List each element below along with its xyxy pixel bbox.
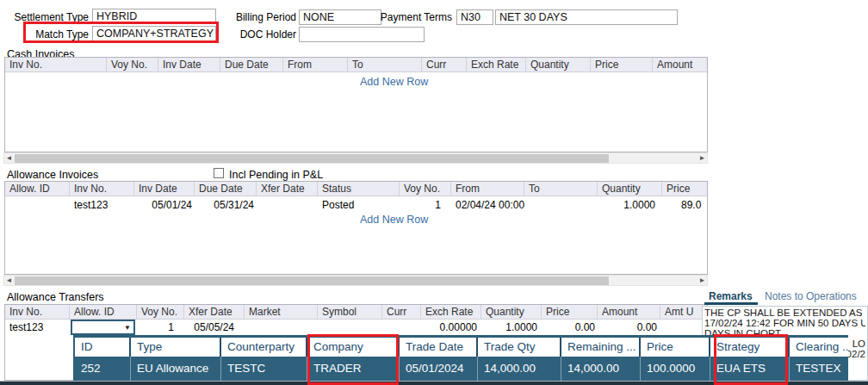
allowance-invoices-hscrollbar[interactable]: ◄ ► — [3, 275, 708, 286]
table-row[interactable]: test123 ▼ 1 05/05/24 0.00000 1.0000 0.00… — [5, 320, 707, 335]
cell-curr[interactable] — [382, 320, 421, 335]
cell-xfer-date[interactable] — [257, 197, 318, 212]
column-header[interactable]: To — [348, 58, 422, 71]
cell-inv-no[interactable]: test123 — [70, 197, 134, 212]
chevron-down-icon[interactable]: ▼ — [124, 324, 131, 332]
column-header[interactable]: Trade Qty — [478, 338, 561, 357]
column-header[interactable]: Price — [641, 338, 710, 357]
column-header[interactable]: Curr — [422, 58, 467, 71]
cell-quantity[interactable]: 1.0000 — [481, 320, 542, 335]
incl-pending-checkbox[interactable] — [214, 168, 224, 178]
cell-inv-no[interactable]: test123 — [5, 320, 70, 335]
scroll-left-icon[interactable]: ◄ — [4, 154, 14, 163]
cell-counterparty[interactable]: TESTC — [221, 357, 307, 381]
column-header[interactable]: Inv Date — [158, 58, 220, 71]
column-header[interactable]: From — [283, 58, 348, 71]
cell-allow-id[interactable]: ▼ — [70, 320, 137, 335]
column-header[interactable]: Amt U — [660, 305, 704, 319]
column-header[interactable]: Trade Date — [400, 338, 478, 357]
cell-voy-no[interactable]: 1 — [137, 320, 184, 335]
column-header[interactable]: Price — [591, 58, 653, 71]
allow-id-combobox[interactable]: ▼ — [71, 320, 135, 335]
column-header[interactable]: Status — [318, 182, 400, 196]
cell-amt-u[interactable] — [660, 320, 704, 335]
column-header[interactable]: From — [451, 182, 524, 196]
tab-remarks[interactable]: Remarks — [709, 290, 753, 302]
column-header[interactable]: Remaining ... — [561, 338, 641, 357]
cell-price[interactable]: 0.00 — [542, 320, 598, 335]
column-header[interactable]: Quantity — [598, 182, 662, 196]
column-header[interactable]: Xfer Date — [184, 305, 245, 319]
scroll-right-icon[interactable]: ► — [698, 154, 707, 163]
cell-trade-qty[interactable]: 14,000.00 — [478, 357, 561, 381]
table-row[interactable]: test123 05/01/24 05/31/24 Posted 1 02/04… — [5, 197, 707, 212]
cell-quantity[interactable]: 1.0000 — [598, 197, 662, 212]
cell-status[interactable]: Posted — [318, 197, 400, 212]
column-header[interactable]: Inv No. — [5, 58, 107, 71]
cell-symbol[interactable] — [318, 320, 382, 335]
tab-notes-to-operations[interactable]: Notes to Operations — [765, 290, 857, 302]
column-header[interactable]: Voy No. — [107, 58, 158, 71]
cell-inv-date[interactable]: 05/01/24 — [134, 197, 195, 212]
cash-invoices-hscrollbar[interactable]: ◄ ► — [3, 152, 708, 164]
column-header[interactable]: ID — [75, 338, 131, 357]
column-header[interactable]: Inv No. — [70, 182, 134, 196]
column-header[interactable]: Quantity — [526, 58, 591, 71]
column-header[interactable]: Counterparty — [221, 338, 307, 357]
scrollbar-thumb[interactable] — [15, 154, 609, 163]
allowance-invoices-title: Allowance Invoices — [7, 169, 98, 181]
cell-price[interactable]: 89.0 — [662, 197, 708, 212]
cell-trade-date[interactable]: 05/01/2024 — [400, 357, 478, 381]
column-header[interactable]: Xfer Date — [257, 182, 318, 196]
cell-amount[interactable]: 0.00 — [598, 320, 660, 335]
payment-terms-code-input[interactable]: N30 — [456, 9, 493, 25]
column-header[interactable]: Market — [245, 305, 318, 319]
column-header[interactable]: Price — [662, 182, 708, 196]
allowance-invoices-add-new-row-link[interactable]: Add New Row — [360, 214, 428, 226]
cell-due-date[interactable]: 05/31/24 — [195, 197, 257, 212]
column-header[interactable]: Type — [131, 338, 221, 357]
column-header[interactable]: Inv No. — [5, 305, 70, 319]
column-header[interactable]: Quantity — [481, 305, 542, 319]
annotation-box-strategy-column — [714, 334, 788, 385]
column-header[interactable]: Symbol — [318, 305, 382, 319]
column-header[interactable]: Allow. ID — [5, 182, 70, 196]
cell-to[interactable] — [524, 197, 598, 212]
cell-allow-id[interactable] — [5, 197, 70, 212]
tab-remarks-underline — [704, 302, 758, 305]
cell-price[interactable]: 100.0000 — [641, 357, 710, 381]
doc-holder-input[interactable] — [299, 27, 425, 42]
column-header[interactable]: To — [524, 182, 598, 196]
cell-id[interactable]: 252 — [75, 357, 131, 381]
column-header[interactable]: Voy No. — [137, 305, 184, 319]
cell-market[interactable] — [245, 320, 318, 335]
column-header[interactable]: Curr — [382, 305, 421, 319]
cell-from[interactable]: 02/04/24 00:00 — [451, 197, 524, 212]
column-header[interactable]: Due Date — [195, 182, 257, 196]
cash-invoices-grid: Inv No. Voy No. Inv Date Due Date From T… — [4, 57, 708, 152]
column-header[interactable]: Inv Date — [134, 182, 195, 196]
column-header[interactable]: Clearing ... — [790, 338, 848, 357]
column-header[interactable]: Voy No. — [400, 182, 451, 196]
column-header[interactable]: Amount — [598, 305, 660, 319]
column-header[interactable]: Exch Rate — [467, 58, 526, 71]
column-header[interactable]: Price — [542, 305, 598, 319]
remarks-line: THE CP SHALL BE EXTENDED AS — [704, 307, 865, 318]
allowance-invoices-header: Allow. ID Inv No. Inv Date Due Date Xfer… — [5, 182, 707, 196]
column-header[interactable]: Amount — [653, 58, 708, 71]
cell-clearing[interactable]: TESTEX — [790, 357, 848, 381]
scroll-right-icon[interactable]: ► — [698, 276, 707, 285]
column-header[interactable]: Exch Rate — [421, 305, 481, 319]
scrollbar-thumb[interactable] — [15, 276, 609, 285]
cell-remaining[interactable]: 14,000.00 — [561, 357, 641, 381]
scroll-left-icon[interactable]: ◄ — [4, 276, 14, 285]
column-header[interactable]: Due Date — [220, 58, 283, 71]
cash-invoices-header: Inv No. Voy No. Inv Date Due Date From T… — [5, 58, 707, 72]
cell-exch-rate[interactable]: 0.00000 — [421, 320, 481, 335]
column-header[interactable]: Allow. ID — [70, 305, 137, 319]
cash-invoices-add-new-row-link[interactable]: Add New Row — [360, 76, 428, 88]
cell-xfer-date[interactable]: 05/05/24 — [184, 320, 245, 335]
payment-terms-description-input[interactable]: NET 30 DAYS — [495, 9, 678, 25]
cell-voy-no[interactable]: 1 — [400, 197, 451, 212]
cell-type[interactable]: EU Allowance — [131, 357, 221, 381]
